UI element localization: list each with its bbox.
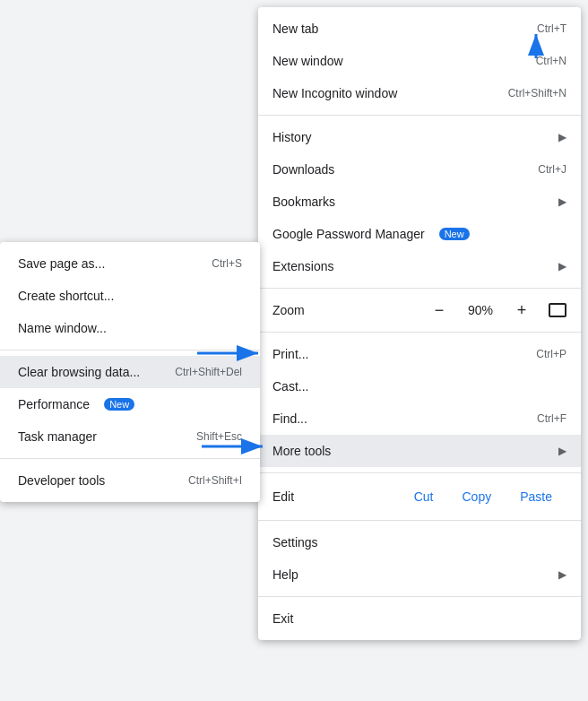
menu-item-exit[interactable]: Exit bbox=[258, 602, 581, 635]
cut-button[interactable]: Cut bbox=[400, 484, 448, 509]
zoom-row: Zoom − 90% + bbox=[258, 294, 581, 326]
divider-5 bbox=[258, 520, 581, 521]
arrow-more-tools bbox=[197, 337, 269, 372]
menu-item-help[interactable]: Help ▶ bbox=[258, 558, 581, 591]
arrow-clear-browsing bbox=[202, 430, 273, 465]
new-badge-password: New bbox=[439, 228, 470, 240]
divider-6 bbox=[258, 596, 581, 597]
menu-item-extensions[interactable]: Extensions ▶ bbox=[258, 250, 581, 282]
divider-2 bbox=[258, 288, 581, 289]
copy-button[interactable]: Copy bbox=[448, 484, 506, 509]
menu-item-settings[interactable]: Settings bbox=[258, 526, 581, 558]
menu-item-find[interactable]: Find... Ctrl+F bbox=[258, 402, 581, 435]
menu-item-downloads[interactable]: Downloads Ctrl+J bbox=[258, 153, 581, 186]
chevron-right-icon: ▶ bbox=[558, 260, 566, 273]
main-menu: New tab Ctrl+T New window Ctrl+N New Inc… bbox=[258, 7, 581, 640]
zoom-minus-button[interactable]: − bbox=[427, 298, 452, 323]
zoom-value: 90% bbox=[463, 303, 498, 317]
menu-item-cast[interactable]: Cast... bbox=[258, 370, 581, 402]
arrow-profile bbox=[518, 27, 554, 65]
chevron-right-icon: ▶ bbox=[558, 445, 566, 457]
sub-menu-item-performance[interactable]: Performance New bbox=[0, 388, 260, 420]
menu-item-history[interactable]: History ▶ bbox=[258, 121, 581, 153]
fullscreen-button[interactable] bbox=[549, 303, 566, 317]
divider-3 bbox=[258, 332, 581, 333]
chevron-right-icon: ▶ bbox=[558, 568, 566, 581]
menu-item-password-manager[interactable]: Google Password Manager New bbox=[258, 218, 581, 250]
divider-1 bbox=[258, 115, 581, 116]
sub-menu-item-create-shortcut[interactable]: Create shortcut... bbox=[0, 280, 260, 312]
sub-menu-item-save-page[interactable]: Save page as... Ctrl+S bbox=[0, 247, 260, 280]
chevron-right-icon: ▶ bbox=[558, 131, 566, 143]
divider-4 bbox=[258, 472, 581, 473]
paste-button[interactable]: Paste bbox=[506, 484, 566, 509]
chevron-right-icon: ▶ bbox=[558, 195, 566, 208]
zoom-plus-button[interactable]: + bbox=[509, 298, 534, 323]
menu-item-more-tools[interactable]: More tools ▶ bbox=[258, 435, 581, 467]
edit-row: Edit Cut Copy Paste bbox=[258, 479, 581, 515]
sub-menu-item-developer-tools[interactable]: Developer tools Ctrl+Shift+I bbox=[0, 464, 260, 497]
new-badge-performance: New bbox=[104, 398, 134, 411]
menu-item-bookmarks[interactable]: Bookmarks ▶ bbox=[258, 186, 581, 218]
menu-item-new-incognito[interactable]: New Incognito window Ctrl+Shift+N bbox=[258, 77, 581, 109]
menu-item-print[interactable]: Print... Ctrl+P bbox=[258, 338, 581, 370]
